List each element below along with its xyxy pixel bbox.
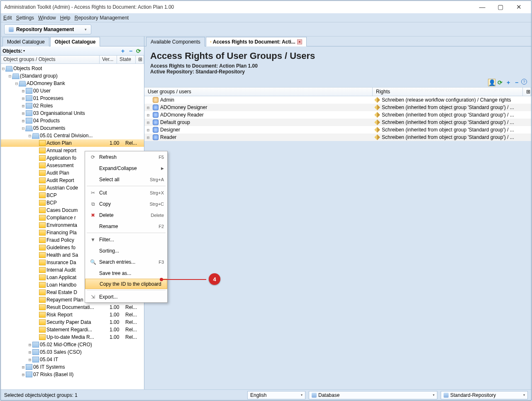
expand-toggle[interactable]: ⊞ bbox=[147, 113, 151, 117]
tree-toggle[interactable]: · bbox=[34, 238, 39, 243]
menu-item-delete[interactable]: ✖DeleteDelete bbox=[85, 209, 167, 221]
tree-toggle[interactable]: · bbox=[34, 141, 39, 146]
tree-toggle[interactable]: · bbox=[34, 260, 39, 265]
tree-toggle[interactable]: ⊞ bbox=[21, 103, 26, 109]
tree-node[interactable]: ⊞04 Products bbox=[1, 117, 144, 124]
tree-toggle[interactable]: ⊞ bbox=[21, 96, 26, 101]
tree-node[interactable]: ⊞05.02 Mid-Office (CRO) bbox=[1, 341, 144, 348]
rights-row[interactable]: ⊞ADOmoney ReaderSchreiben (inherited fro… bbox=[144, 111, 531, 119]
menu-item-export[interactable]: ⇲Export... bbox=[85, 291, 167, 302]
remove-icon[interactable]: − bbox=[513, 79, 520, 86]
tab-available-components[interactable]: Available Components bbox=[146, 37, 205, 46]
tree-toggle[interactable]: · bbox=[34, 253, 39, 258]
tree-toggle[interactable]: · bbox=[34, 148, 39, 153]
caret-down-icon[interactable]: ▾ bbox=[23, 49, 25, 53]
remove-icon[interactable]: − bbox=[127, 47, 134, 55]
tree-toggle[interactable]: · bbox=[34, 156, 39, 161]
tree-node[interactable]: ⊞05.04 IT bbox=[1, 356, 144, 363]
rights-row[interactable]: AdminSchreiben (release workflow configu… bbox=[144, 96, 531, 104]
tree-node[interactable]: ·Security Paper Data1.00Rel... bbox=[1, 318, 144, 326]
tree-toggle[interactable]: · bbox=[34, 335, 39, 340]
rights-row[interactable]: ⊞ADOmoney DesignerSchreiben (inherited f… bbox=[144, 104, 531, 111]
add-icon[interactable]: + bbox=[119, 47, 127, 55]
help-icon[interactable]: ? bbox=[521, 79, 527, 85]
menu-item-save-tree-as[interactable]: Save tree as... bbox=[85, 267, 167, 279]
minimize-button[interactable]: — bbox=[473, 1, 491, 13]
tree-toggle[interactable]: · bbox=[34, 282, 39, 288]
menu-item-search-entries[interactable]: 🔍Search entries...F3 bbox=[85, 256, 167, 267]
menu-help[interactable]: Help bbox=[60, 15, 71, 21]
tree-toggle[interactable]: ⊞ bbox=[27, 357, 32, 362]
tree-toggle[interactable]: · bbox=[34, 297, 39, 303]
expand-toggle[interactable]: ⊞ bbox=[147, 128, 151, 132]
language-combo[interactable]: English▾ bbox=[247, 391, 305, 399]
close-button[interactable]: ✕ bbox=[510, 1, 528, 13]
tree-toggle[interactable]: · bbox=[34, 327, 39, 333]
tree-node[interactable]: ⊟ADOmoney Bank bbox=[1, 80, 144, 87]
menu-repository-management[interactable]: Repository Management bbox=[74, 15, 129, 21]
tree-toggle[interactable]: ⊞ bbox=[27, 350, 32, 355]
tree-toggle[interactable]: ⊞ bbox=[21, 365, 26, 370]
maximize-button[interactable]: ▢ bbox=[491, 1, 510, 13]
tree-toggle[interactable]: ⊞ bbox=[21, 111, 26, 116]
tree-toggle[interactable]: ⊟ bbox=[27, 133, 32, 139]
tree-node[interactable]: ⊞01 Processes bbox=[1, 95, 144, 102]
tree-toggle[interactable]: · bbox=[34, 290, 39, 295]
menu-item-expand-collapse[interactable]: Expand/Collapse▶ bbox=[85, 163, 167, 174]
tree-toggle[interactable]: ⊟ bbox=[1, 66, 6, 71]
tree-node[interactable]: ⊟05 Documents bbox=[1, 124, 144, 132]
menu-item-sorting[interactable]: Sorting... bbox=[85, 245, 167, 256]
expand-toggle[interactable]: ⊞ bbox=[147, 120, 151, 125]
tree-toggle[interactable]: · bbox=[34, 178, 39, 183]
add-icon[interactable]: + bbox=[505, 79, 512, 86]
rights-row[interactable]: ⊞DesignerSchreiben (inherited from objec… bbox=[144, 126, 531, 134]
col-rights[interactable]: Rights bbox=[373, 87, 523, 96]
tree-node[interactable]: ·Statement Regardi...1.00Rel... bbox=[1, 326, 144, 333]
tree-node[interactable]: ⊞06 IT Systems bbox=[1, 363, 144, 371]
tree-node[interactable]: ·Result Documentati...1.00Rel... bbox=[1, 304, 144, 311]
tree-toggle[interactable]: · bbox=[34, 320, 39, 325]
objects-label[interactable]: Objects: bbox=[2, 48, 22, 54]
tab-access-rights-to-document[interactable]: Access Rights to Document: Acti...× bbox=[206, 37, 307, 46]
tree-toggle[interactable]: ⊟ bbox=[14, 81, 19, 86]
tree-toggle[interactable]: · bbox=[34, 245, 39, 250]
rights-row[interactable]: ⊞Default groupSchreiben (inherited from … bbox=[144, 119, 531, 126]
tree-node[interactable]: ·Up-to-date Media R...1.00Rel... bbox=[1, 333, 144, 341]
menu-item-refresh[interactable]: ⟳RefreshF5 bbox=[85, 151, 167, 163]
tree-toggle[interactable]: · bbox=[34, 193, 39, 198]
tree-node[interactable]: ⊟(Standard group) bbox=[1, 72, 144, 80]
col-state[interactable]: State bbox=[117, 56, 136, 63]
tree-node[interactable]: ⊞07 Risks (Basel II) bbox=[1, 371, 144, 378]
tree-toggle[interactable]: · bbox=[34, 267, 39, 273]
rights-row[interactable]: ⊞ReaderSchreiben (inherited from object … bbox=[144, 134, 531, 141]
col-menu[interactable]: ⊞ bbox=[523, 87, 531, 96]
tree-toggle[interactable]: · bbox=[34, 223, 39, 228]
tree-toggle[interactable]: · bbox=[34, 312, 39, 318]
tree-toggle[interactable]: · bbox=[34, 275, 39, 280]
repository-management-button[interactable]: Repository Management ▾ bbox=[4, 24, 91, 34]
tree-toggle[interactable]: ⊞ bbox=[21, 118, 26, 124]
menu-settings[interactable]: Settings bbox=[16, 15, 34, 21]
col-objects[interactable]: Object groups / Objects bbox=[1, 56, 100, 63]
tree-toggle[interactable]: · bbox=[34, 305, 39, 310]
menu-item-copy[interactable]: ⧉CopyStrg+C bbox=[85, 198, 167, 209]
tree-toggle[interactable]: · bbox=[34, 200, 39, 206]
col-user-groups[interactable]: User groups / users bbox=[144, 87, 373, 96]
tree-node[interactable]: ⊞00 User bbox=[1, 87, 144, 95]
tree-toggle[interactable]: · bbox=[34, 208, 39, 213]
tree-node[interactable]: ⊞02 Roles bbox=[1, 102, 144, 109]
tree-toggle[interactable]: ⊟ bbox=[21, 126, 26, 131]
menu-item-cut[interactable]: ✂CutStrg+X bbox=[85, 187, 167, 198]
tree-toggle[interactable]: ⊟ bbox=[7, 73, 12, 79]
tree-node[interactable]: ⊟05.01 Central Division... bbox=[1, 132, 144, 139]
tree-node[interactable]: ·Risk Report1.00Rel... bbox=[1, 311, 144, 318]
col-menu[interactable]: ⊞ bbox=[136, 56, 144, 63]
close-icon[interactable]: × bbox=[297, 39, 302, 44]
refresh-icon[interactable]: ⟳ bbox=[135, 47, 142, 55]
tree-toggle[interactable]: · bbox=[34, 170, 39, 176]
tree-node[interactable]: ⊞05.03 Sales (CSO) bbox=[1, 348, 144, 356]
tree-node[interactable]: ⊞03 Organisational Units bbox=[1, 109, 144, 117]
expand-toggle[interactable]: ⊞ bbox=[147, 105, 151, 110]
menu-window[interactable]: Window bbox=[38, 15, 56, 21]
repository-combo[interactable]: Standard-Repository▾ bbox=[441, 391, 528, 399]
